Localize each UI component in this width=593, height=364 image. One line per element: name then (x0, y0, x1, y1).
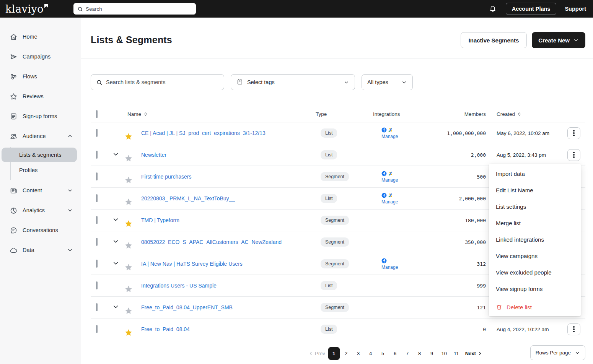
sidebar-item-home[interactable]: Home (0, 27, 81, 47)
context-menu-item-import-data[interactable]: Import data (489, 166, 581, 182)
global-search-input[interactable] (86, 6, 192, 12)
inactive-segments-button[interactable]: Inactive Segments (461, 32, 527, 48)
row-checkbox[interactable] (96, 260, 98, 268)
sidebar-item-conversations[interactable]: Conversations (0, 220, 81, 240)
integrations-cell: Manage (373, 192, 427, 205)
page-number-1[interactable]: 1 (328, 347, 340, 360)
context-menu-item-edit-list-name[interactable]: Edit List Name (489, 182, 581, 198)
sidebar-item-analytics[interactable]: Analytics (0, 200, 81, 220)
sidebar-item-data[interactable]: Data (0, 240, 81, 260)
favorite-star-icon[interactable] (124, 132, 138, 141)
list-name-link[interactable]: Free_to_Paid_08.04_UpperENT_SMB (138, 304, 316, 310)
manage-integrations-link[interactable]: Manage (381, 265, 398, 270)
row-checkbox[interactable] (96, 172, 98, 180)
context-menu-item-view-signup-forms[interactable]: View signup forms (489, 281, 581, 297)
type-badge: List (321, 128, 337, 138)
row-checkbox[interactable] (96, 325, 98, 333)
context-menu-delete-list[interactable]: Delete list (489, 298, 581, 316)
chevron-down-icon (401, 80, 407, 85)
support-link[interactable]: Support (565, 6, 586, 12)
page-number-6[interactable]: 6 (389, 347, 401, 360)
sidebar-item-lists-segments[interactable]: Lists & segments (2, 148, 77, 162)
sidebar-item-reviews[interactable]: Reviews (0, 86, 81, 106)
account-plans-button[interactable]: Account Plans (506, 3, 557, 15)
next-page-button[interactable]: Next (463, 351, 485, 356)
column-header-name[interactable]: Name (124, 111, 316, 117)
sidebar-item-flows[interactable]: Flows (0, 67, 81, 86)
notifications-bell-icon[interactable] (489, 5, 497, 13)
row-checkbox[interactable] (96, 151, 98, 159)
page-number-7[interactable]: 7 (402, 347, 413, 360)
prev-page-button[interactable]: Prev (306, 351, 327, 356)
favorite-star-icon[interactable] (124, 241, 138, 250)
create-new-button[interactable]: Create New (532, 32, 585, 48)
context-menu-item-view-excluded-people[interactable]: View excluded people (489, 264, 581, 281)
list-name-link[interactable]: First-time purchasers (138, 174, 316, 180)
row-actions-kebab-button[interactable] (567, 127, 580, 139)
type-badge: List (321, 325, 337, 334)
list-name-link[interactable]: TMD | Typeform (138, 217, 316, 223)
context-menu-item-list-settings[interactable]: List settings (489, 198, 581, 215)
list-name-link[interactable]: Newsletter (138, 152, 316, 158)
sidebar-item-content[interactable]: Content (0, 180, 81, 200)
klaviyo-logo[interactable]: klaviyo (5, 4, 48, 14)
list-name-link[interactable]: 08052022_ECO_S_APAC_AllCustomers_AC_NewZ… (138, 239, 316, 245)
list-name-link[interactable]: Free_to_Paid_08.04 (138, 326, 316, 332)
members-count: 2,000 (427, 152, 486, 158)
row-checkbox[interactable] (96, 216, 98, 224)
chevron-up-icon (67, 133, 73, 139)
favorite-star-icon[interactable] (124, 176, 138, 184)
row-checkbox[interactable] (96, 303, 98, 311)
list-name-link[interactable]: IA | New Nav | HaTS Survey Eligible User… (138, 261, 316, 267)
list-name-link[interactable]: Integrations Users - US Sample (138, 283, 316, 289)
page-number-11[interactable]: 11 (451, 347, 462, 360)
rows-per-page-dropdown[interactable]: Rows Per page (530, 345, 585, 360)
expand-row-icon[interactable] (112, 240, 119, 246)
sidebar-item-profiles[interactable]: Profiles (2, 163, 77, 177)
manage-integrations-link[interactable]: Manage (381, 134, 398, 139)
row-actions-kebab-button[interactable] (567, 149, 580, 161)
page-number-8[interactable]: 8 (414, 347, 425, 360)
manage-integrations-link[interactable]: Manage (381, 177, 398, 183)
favorite-star-icon[interactable] (124, 219, 138, 228)
favorite-star-icon[interactable] (124, 328, 138, 337)
row-checkbox[interactable] (96, 238, 98, 246)
favorite-star-icon[interactable] (124, 307, 138, 315)
select-tags-dropdown[interactable]: Select tags (231, 74, 355, 90)
page-number-10[interactable]: 10 (438, 347, 450, 360)
expand-row-icon[interactable] (112, 262, 119, 268)
row-checkbox[interactable] (96, 281, 98, 289)
expand-row-icon[interactable] (112, 153, 119, 159)
favorite-star-icon[interactable] (124, 263, 138, 271)
page-number-2[interactable]: 2 (340, 347, 352, 360)
members-count: 121 (427, 305, 486, 310)
row-checkbox[interactable] (96, 129, 98, 137)
favorite-star-icon[interactable] (124, 198, 138, 206)
page-number-9[interactable]: 9 (426, 347, 438, 360)
context-menu-item-merge-list[interactable]: Merge list (489, 215, 581, 231)
column-header-created[interactable]: Created (486, 111, 562, 117)
context-menu-item-linked-integrations[interactable]: Linked integrations (489, 231, 581, 248)
row-actions-kebab-button[interactable] (567, 323, 580, 335)
sidebar-item-campaigns[interactable]: Campaigns (0, 47, 81, 67)
chat-icon (10, 226, 18, 234)
page-number-3[interactable]: 3 (353, 347, 364, 360)
favorite-star-icon[interactable] (124, 154, 138, 162)
page-number-4[interactable]: 4 (365, 347, 376, 360)
expand-row-icon[interactable] (112, 218, 119, 224)
context-menu-item-view-campaigns[interactable]: View campaigns (489, 248, 581, 264)
manage-integrations-link[interactable]: Manage (381, 199, 398, 205)
sidebar-item-audience[interactable]: Audience (0, 126, 81, 146)
lists-search-input[interactable] (106, 79, 219, 85)
row-checkbox[interactable] (96, 194, 98, 202)
select-tags-label: Select tags (247, 79, 275, 85)
sidebar-item-signup-forms[interactable]: Sign-up forms (0, 106, 81, 126)
expand-row-icon[interactable] (112, 305, 119, 312)
list-name-link[interactable]: 20220803_ PRMK_L_NA_TextToBuy__ (138, 195, 316, 202)
list-name-link[interactable]: CE | Acad | JL | SJ_prod_cert_expiration… (138, 130, 316, 136)
type-filter-dropdown[interactable]: All types (362, 74, 413, 90)
sort-icon (517, 112, 522, 117)
page-number-5[interactable]: 5 (377, 347, 389, 360)
select-all-checkbox[interactable] (96, 110, 98, 118)
favorite-star-icon[interactable] (124, 285, 138, 293)
